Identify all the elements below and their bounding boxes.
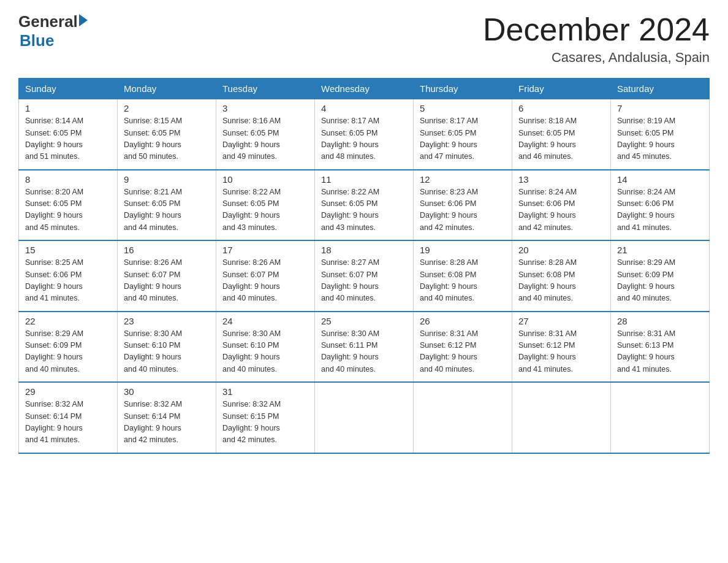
day-number: 21 — [617, 245, 703, 255]
day-number: 29 — [25, 386, 111, 397]
day-number: 1 — [25, 103, 111, 113]
logo-arrow-icon — [79, 14, 88, 26]
calendar-body: 1 Sunrise: 8:14 AM Sunset: 6:05 PM Dayli… — [19, 99, 710, 453]
calendar-day-cell: 22 Sunrise: 8:29 AM Sunset: 6:09 PM Dayl… — [19, 312, 118, 383]
day-info: Sunrise: 8:31 AM Sunset: 6:12 PM Dayligh… — [518, 328, 604, 376]
calendar-day-cell: 11 Sunrise: 8:22 AM Sunset: 6:05 PM Dayl… — [315, 170, 414, 241]
day-info: Sunrise: 8:14 AM Sunset: 6:05 PM Dayligh… — [25, 115, 111, 163]
day-info: Sunrise: 8:32 AM Sunset: 6:14 PM Dayligh… — [25, 399, 111, 446]
calendar-day-cell: 14 Sunrise: 8:24 AM Sunset: 6:06 PM Dayl… — [611, 170, 710, 241]
day-info: Sunrise: 8:32 AM Sunset: 6:14 PM Dayligh… — [124, 399, 210, 446]
calendar-day-cell: 1 Sunrise: 8:14 AM Sunset: 6:05 PM Dayli… — [19, 99, 118, 170]
day-info: Sunrise: 8:17 AM Sunset: 6:05 PM Dayligh… — [321, 115, 407, 163]
day-number: 30 — [124, 386, 210, 397]
day-number: 28 — [617, 316, 703, 326]
day-info: Sunrise: 8:30 AM Sunset: 6:10 PM Dayligh… — [124, 328, 210, 376]
calendar-week-row: 29 Sunrise: 8:32 AM Sunset: 6:14 PM Dayl… — [19, 382, 710, 453]
calendar-week-row: 15 Sunrise: 8:25 AM Sunset: 6:06 PM Dayl… — [19, 240, 710, 312]
weekday-header-row: SundayMondayTuesdayWednesdayThursdayFrid… — [19, 79, 710, 99]
day-number: 20 — [518, 245, 604, 255]
day-number: 26 — [420, 316, 506, 326]
day-number: 12 — [420, 174, 506, 185]
calendar-day-cell: 10 Sunrise: 8:22 AM Sunset: 6:05 PM Dayl… — [216, 170, 315, 241]
day-info: Sunrise: 8:32 AM Sunset: 6:15 PM Dayligh… — [222, 399, 308, 446]
day-info: Sunrise: 8:29 AM Sunset: 6:09 PM Dayligh… — [617, 257, 703, 305]
day-number: 18 — [321, 245, 407, 255]
weekday-header-tuesday: Tuesday — [216, 79, 315, 99]
calendar-day-cell: 17 Sunrise: 8:26 AM Sunset: 6:07 PM Dayl… — [216, 240, 315, 312]
day-info: Sunrise: 8:30 AM Sunset: 6:10 PM Dayligh… — [222, 328, 308, 376]
day-info: Sunrise: 8:31 AM Sunset: 6:13 PM Dayligh… — [617, 328, 703, 376]
day-number: 11 — [321, 174, 407, 185]
calendar-day-cell: 7 Sunrise: 8:19 AM Sunset: 6:05 PM Dayli… — [611, 99, 710, 170]
day-number: 17 — [222, 245, 308, 255]
day-number: 5 — [420, 103, 506, 113]
day-info: Sunrise: 8:28 AM Sunset: 6:08 PM Dayligh… — [420, 257, 506, 305]
calendar-week-row: 1 Sunrise: 8:14 AM Sunset: 6:05 PM Dayli… — [19, 99, 710, 170]
day-number: 3 — [222, 103, 308, 113]
calendar-week-row: 8 Sunrise: 8:20 AM Sunset: 6:05 PM Dayli… — [19, 170, 710, 241]
day-info: Sunrise: 8:20 AM Sunset: 6:05 PM Dayligh… — [25, 186, 111, 234]
page-header: General Blue December 2024 Casares, Anda… — [18, 12, 710, 66]
day-info: Sunrise: 8:22 AM Sunset: 6:05 PM Dayligh… — [321, 186, 407, 234]
calendar-day-cell: 20 Sunrise: 8:28 AM Sunset: 6:08 PM Dayl… — [512, 240, 611, 312]
logo-blue: Blue — [20, 31, 88, 50]
calendar-day-cell: 2 Sunrise: 8:15 AM Sunset: 6:05 PM Dayli… — [118, 99, 216, 170]
title-block: December 2024 Casares, Andalusia, Spain — [483, 12, 710, 66]
day-number: 13 — [518, 174, 604, 185]
day-info: Sunrise: 8:26 AM Sunset: 6:07 PM Dayligh… — [222, 257, 308, 305]
calendar-day-cell: 8 Sunrise: 8:20 AM Sunset: 6:05 PM Dayli… — [19, 170, 118, 241]
day-info: Sunrise: 8:23 AM Sunset: 6:06 PM Dayligh… — [420, 186, 506, 234]
calendar-header: SundayMondayTuesdayWednesdayThursdayFrid… — [19, 79, 710, 99]
day-info: Sunrise: 8:15 AM Sunset: 6:05 PM Dayligh… — [124, 115, 210, 163]
logo-general: General — [18, 12, 78, 31]
day-number: 24 — [222, 316, 308, 326]
day-number: 27 — [518, 316, 604, 326]
day-info: Sunrise: 8:28 AM Sunset: 6:08 PM Dayligh… — [518, 257, 604, 305]
day-number: 9 — [124, 174, 210, 185]
day-number: 15 — [25, 245, 111, 255]
calendar-day-cell: 24 Sunrise: 8:30 AM Sunset: 6:10 PM Dayl… — [216, 312, 315, 383]
calendar-day-cell: 30 Sunrise: 8:32 AM Sunset: 6:14 PM Dayl… — [118, 382, 216, 453]
calendar-day-cell: 19 Sunrise: 8:28 AM Sunset: 6:08 PM Dayl… — [414, 240, 512, 312]
weekday-header-sunday: Sunday — [19, 79, 118, 99]
calendar-day-cell: 15 Sunrise: 8:25 AM Sunset: 6:06 PM Dayl… — [19, 240, 118, 312]
day-info: Sunrise: 8:19 AM Sunset: 6:05 PM Dayligh… — [617, 115, 703, 163]
calendar-day-cell: 12 Sunrise: 8:23 AM Sunset: 6:06 PM Dayl… — [414, 170, 512, 241]
calendar-day-cell: 26 Sunrise: 8:31 AM Sunset: 6:12 PM Dayl… — [414, 312, 512, 383]
day-number: 16 — [124, 245, 210, 255]
day-info: Sunrise: 8:24 AM Sunset: 6:06 PM Dayligh… — [617, 186, 703, 234]
day-info: Sunrise: 8:16 AM Sunset: 6:05 PM Dayligh… — [222, 115, 308, 163]
day-info: Sunrise: 8:17 AM Sunset: 6:05 PM Dayligh… — [420, 115, 506, 163]
day-number: 6 — [518, 103, 604, 113]
calendar-day-cell: 13 Sunrise: 8:24 AM Sunset: 6:06 PM Dayl… — [512, 170, 611, 241]
calendar-day-cell: 23 Sunrise: 8:30 AM Sunset: 6:10 PM Dayl… — [118, 312, 216, 383]
weekday-header-monday: Monday — [118, 79, 216, 99]
weekday-header-wednesday: Wednesday — [315, 79, 414, 99]
calendar-day-cell: 18 Sunrise: 8:27 AM Sunset: 6:07 PM Dayl… — [315, 240, 414, 312]
day-info: Sunrise: 8:25 AM Sunset: 6:06 PM Dayligh… — [25, 257, 111, 305]
day-info: Sunrise: 8:27 AM Sunset: 6:07 PM Dayligh… — [321, 257, 407, 305]
calendar-week-row: 22 Sunrise: 8:29 AM Sunset: 6:09 PM Dayl… — [19, 312, 710, 383]
day-number: 7 — [617, 103, 703, 113]
day-number: 10 — [222, 174, 308, 185]
day-number: 31 — [222, 386, 308, 397]
calendar-day-cell — [512, 382, 611, 453]
calendar-day-cell — [315, 382, 414, 453]
calendar-day-cell — [611, 382, 710, 453]
day-number: 14 — [617, 174, 703, 185]
calendar-day-cell: 4 Sunrise: 8:17 AM Sunset: 6:05 PM Dayli… — [315, 99, 414, 170]
calendar-day-cell: 9 Sunrise: 8:21 AM Sunset: 6:05 PM Dayli… — [118, 170, 216, 241]
calendar-day-cell: 16 Sunrise: 8:26 AM Sunset: 6:07 PM Dayl… — [118, 240, 216, 312]
day-info: Sunrise: 8:30 AM Sunset: 6:11 PM Dayligh… — [321, 328, 407, 376]
day-number: 25 — [321, 316, 407, 326]
day-info: Sunrise: 8:21 AM Sunset: 6:05 PM Dayligh… — [124, 186, 210, 234]
calendar-day-cell: 6 Sunrise: 8:18 AM Sunset: 6:05 PM Dayli… — [512, 99, 611, 170]
day-number: 8 — [25, 174, 111, 185]
calendar-day-cell: 29 Sunrise: 8:32 AM Sunset: 6:14 PM Dayl… — [19, 382, 118, 453]
day-number: 22 — [25, 316, 111, 326]
weekday-header-saturday: Saturday — [611, 79, 710, 99]
day-info: Sunrise: 8:26 AM Sunset: 6:07 PM Dayligh… — [124, 257, 210, 305]
location-subtitle: Casares, Andalusia, Spain — [483, 50, 710, 66]
month-title: December 2024 — [483, 12, 710, 47]
